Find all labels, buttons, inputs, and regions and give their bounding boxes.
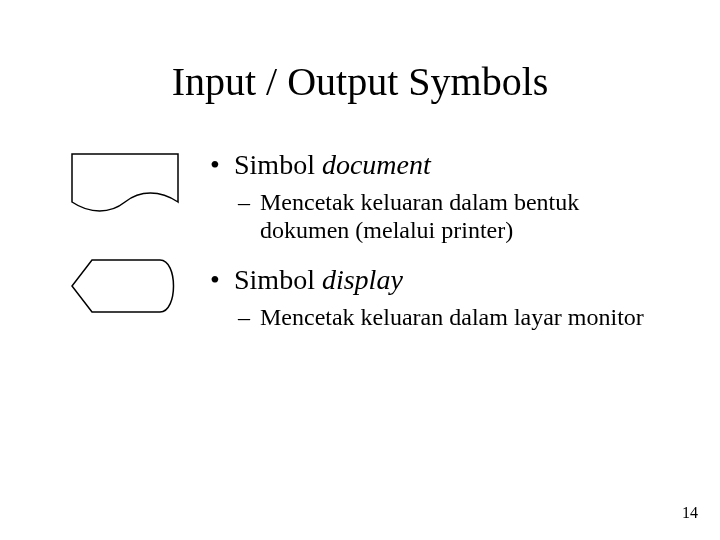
slide: Input / Output Symbols Simbol document M… [0, 0, 720, 540]
bullet-document-text-plain: Simbol [234, 149, 322, 180]
page-number: 14 [682, 504, 698, 522]
content-area: Simbol document Mencetak keluaran dalam … [210, 148, 660, 350]
bullet-document: Simbol document [210, 148, 660, 182]
page-title: Input / Output Symbols [0, 58, 720, 105]
document-symbol-icon [70, 152, 180, 222]
bullet-display-text-plain: Simbol [234, 264, 322, 295]
bullet-display-text-italic: display [322, 264, 403, 295]
subbullet-display: Mencetak keluaran dalam layar monitor [210, 303, 660, 332]
subbullet-document: Mencetak keluaran dalam bentuk dokumen (… [210, 188, 660, 246]
bullet-display: Simbol display [210, 263, 660, 297]
display-symbol-icon [70, 258, 180, 314]
bullet-document-text-italic: document [322, 149, 431, 180]
